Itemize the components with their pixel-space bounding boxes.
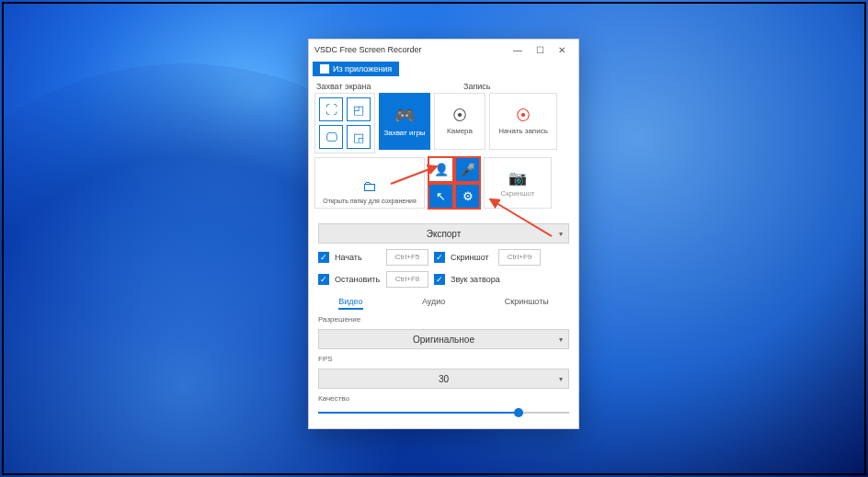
cursor-highlight-button[interactable]: ↖ xyxy=(428,184,453,209)
webcam-icon: ⦿ xyxy=(452,108,467,124)
capture-fullscreen-button[interactable]: ⛶ xyxy=(319,97,343,121)
tab-screenshots[interactable]: Скриншоты xyxy=(505,297,549,310)
camera-icon: 📷 xyxy=(508,169,527,187)
start-checkbox[interactable]: ✓ xyxy=(318,252,329,263)
capture-game-label: Захват игры xyxy=(383,129,425,137)
fps-value: 30 xyxy=(439,374,449,384)
start-record-label: Начать запись xyxy=(498,127,548,135)
shutter-label: Звук затвора xyxy=(451,275,500,284)
start-record-tile[interactable]: ⦿ Начать запись xyxy=(489,93,557,150)
screenshot-tile[interactable]: 📷 Скриншот xyxy=(484,157,552,209)
capture-window-button[interactable]: 🖵 xyxy=(319,125,343,149)
maximize-button[interactable]: ☐ xyxy=(529,45,551,55)
mic-icon: 🎤 xyxy=(461,163,475,176)
capture-region-button[interactable]: ◰ xyxy=(347,97,371,121)
person-icon: 👤 xyxy=(434,163,449,176)
options-quad: 👤 🎤 ↖ ⚙ xyxy=(428,157,480,209)
stop-hotkey-input[interactable]: Ctrl+F8 xyxy=(386,271,428,288)
app-window: VSDC Free Screen Recorder — ☐ ✕ Из прило… xyxy=(308,39,579,429)
capture-game-tile[interactable]: 🎮 Захват игры xyxy=(379,93,430,150)
export-label: Экспорт xyxy=(427,229,462,239)
gear-icon: ⚙ xyxy=(463,189,474,203)
capture-mode-group: ⛶ ◰ 🖵 ◲ xyxy=(314,93,375,153)
tab-audio[interactable]: Аудио xyxy=(422,297,445,310)
capture-area-button[interactable]: ◲ xyxy=(347,125,371,149)
resolution-value: Оригинальное xyxy=(413,335,474,345)
open-folder-tile[interactable]: 🗀 Открыть папку для сохранения xyxy=(314,157,425,209)
minimize-button[interactable]: — xyxy=(507,45,529,55)
resolution-dropdown[interactable]: Оригинальное xyxy=(318,329,569,349)
settings-button[interactable]: ⚙ xyxy=(455,184,480,209)
screenshot-label: Скриншот xyxy=(501,189,535,198)
ribbon-tab-label: Из приложения xyxy=(333,64,392,74)
titlebar: VSDC Free Screen Recorder — ☐ ✕ xyxy=(309,40,578,60)
fps-label: FPS xyxy=(318,355,569,363)
fps-dropdown[interactable]: 30 xyxy=(318,369,569,389)
export-dropdown[interactable]: Экспорт xyxy=(318,223,569,244)
camera-label: Камера xyxy=(447,127,473,135)
screenshot-checkbox[interactable]: ✓ xyxy=(434,252,445,263)
resolution-label: Разрешение xyxy=(318,315,569,324)
camera-tile[interactable]: ⦿ Камера xyxy=(434,93,485,150)
stop-checkbox[interactable]: ✓ xyxy=(318,274,329,285)
open-folder-label: Открыть папку для сохранения xyxy=(323,198,416,204)
overlay-mic-button[interactable]: 🎤 xyxy=(455,157,480,182)
window-title: VSDC Free Screen Recorder xyxy=(314,45,507,54)
quality-slider[interactable] xyxy=(318,406,569,419)
ribbon-tab-app[interactable]: Из приложения xyxy=(313,62,399,76)
screenshot-chk-label: Скриншот xyxy=(451,253,493,262)
settings-tabs: Видео Аудио Скриншоты xyxy=(318,297,569,310)
stop-label: Остановить xyxy=(335,275,381,284)
gamepad-icon: 🎮 xyxy=(394,106,415,126)
start-label: Начать xyxy=(335,253,381,262)
start-hotkey-input[interactable]: Ctrl+F5 xyxy=(386,249,428,266)
overlay-webcam-button[interactable]: 👤 xyxy=(428,157,453,182)
tab-video[interactable]: Видео xyxy=(338,297,362,310)
shutter-checkbox[interactable]: ✓ xyxy=(434,274,445,285)
screenshot-hotkey-input[interactable]: Ctrl+F9 xyxy=(498,249,541,266)
close-button[interactable]: ✕ xyxy=(551,45,573,55)
cursor-icon: ↖ xyxy=(436,189,446,203)
quality-label: Качество xyxy=(318,394,569,403)
folder-icon: 🗀 xyxy=(362,178,377,195)
app-grid-icon xyxy=(320,64,329,74)
record-icon: ⦿ xyxy=(516,108,531,124)
section-record-label: Запись xyxy=(463,82,491,91)
section-capture-label: Захват экрана xyxy=(316,82,463,91)
